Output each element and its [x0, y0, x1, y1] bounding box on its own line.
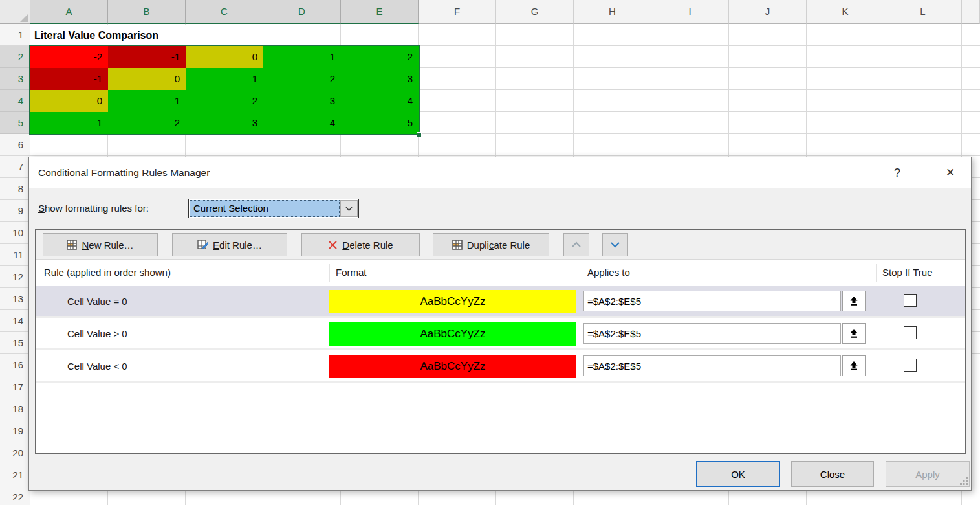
- cell-A1[interactable]: Literal Value Comparison: [31, 25, 261, 46]
- row-header-14[interactable]: 14: [0, 310, 30, 332]
- row-header-11[interactable]: 11: [0, 244, 30, 266]
- fill-handle[interactable]: [417, 132, 422, 137]
- show-formatting-rules-label: Show formatting rules for:: [38, 188, 149, 229]
- row-header-17[interactable]: 17: [0, 376, 30, 398]
- select-all-corner[interactable]: [0, 0, 30, 24]
- applies-to-column-header: Applies to: [587, 260, 630, 286]
- conditional-formatting-rules-manager-dialog: Conditional Formatting Rules Manager ? ✕…: [28, 157, 972, 491]
- column-header-K[interactable]: K: [807, 0, 884, 24]
- column-header-J[interactable]: J: [729, 0, 807, 24]
- column-header-filler: [962, 0, 980, 24]
- row-header-22[interactable]: 22: [0, 486, 30, 505]
- rule-row-cell-value-lt-0[interactable]: Cell Value < 0 AaBbCcYyZz: [36, 350, 965, 383]
- chevron-up-icon: [571, 241, 582, 248]
- rules-list-box: New Rule… Edit Rule… Delete Rule Duplica…: [35, 229, 966, 454]
- row-header-9[interactable]: 9: [0, 200, 30, 222]
- chevron-down-icon: [610, 241, 620, 248]
- row-header-13[interactable]: 13: [0, 288, 30, 310]
- dialog-title: Conditional Formatting Rules Manager: [38, 157, 210, 188]
- close-icon[interactable]: ✕: [937, 160, 963, 186]
- move-rule-up-button[interactable]: [563, 233, 589, 256]
- rule-row-cell-value-eq-0[interactable]: Cell Value = 0 AaBbCcYyZz: [36, 286, 965, 318]
- row-header-21[interactable]: 21: [0, 464, 30, 486]
- edit-pencil-icon: [197, 240, 208, 250]
- header-separator: [876, 264, 877, 282]
- range-selector-button[interactable]: [842, 291, 866, 311]
- rule-description: Cell Value < 0: [67, 350, 127, 383]
- stop-if-true-checkbox[interactable]: [904, 359, 917, 372]
- select-all-triangle-icon: [20, 14, 28, 22]
- resize-grip[interactable]: [960, 477, 968, 488]
- row-header-7[interactable]: 7: [0, 156, 30, 178]
- table-grid-icon: [67, 240, 77, 250]
- combobox-dropdown-button[interactable]: [340, 200, 358, 217]
- resize-grip-icon: [960, 477, 968, 486]
- applies-to-input[interactable]: [583, 291, 841, 311]
- row-header-4[interactable]: 4: [0, 90, 30, 112]
- stop-if-true-column-header: Stop If True: [882, 260, 933, 286]
- row-header-8[interactable]: 8: [0, 178, 30, 200]
- new-rule-label: New Rule…: [82, 240, 133, 251]
- row-headers: 12345678910111213141516171819202122: [0, 24, 30, 505]
- header-separator: [583, 264, 583, 282]
- range-selector-button[interactable]: [842, 323, 866, 344]
- format-preview-swatch: AaBbCcYyZz: [329, 355, 576, 378]
- chevron-down-icon: [345, 206, 353, 212]
- row-header-5[interactable]: 5: [0, 112, 30, 134]
- column-header-C[interactable]: C: [186, 0, 263, 24]
- row-header-16[interactable]: 16: [0, 354, 30, 376]
- format-column-header: Format: [336, 260, 367, 286]
- column-header-E[interactable]: E: [341, 0, 419, 24]
- table-grid-icon: [452, 240, 463, 250]
- applies-to-field-group: [583, 291, 866, 311]
- edit-rule-label: Edit Rule…: [213, 240, 262, 251]
- duplicate-rule-button[interactable]: Duplicate Rule: [433, 233, 549, 256]
- delete-rule-label: Delete Rule: [342, 240, 393, 251]
- row-header-20[interactable]: 20: [0, 442, 30, 464]
- applies-to-input[interactable]: [583, 355, 841, 376]
- edit-rule-button[interactable]: Edit Rule…: [172, 233, 287, 256]
- column-header-I[interactable]: I: [651, 0, 729, 24]
- row-header-12[interactable]: 12: [0, 266, 30, 288]
- new-rule-button[interactable]: New Rule…: [43, 233, 158, 256]
- column-header-D[interactable]: D: [263, 0, 341, 24]
- apply-button[interactable]: Apply: [886, 461, 970, 487]
- excel-window: ABCDEFGHIJKL 123456789101112131415161718…: [0, 0, 980, 505]
- row-header-1[interactable]: 1: [0, 24, 30, 46]
- show-rules-combobox[interactable]: Current Selection: [188, 199, 359, 218]
- column-header-G[interactable]: G: [496, 0, 574, 24]
- row-header-19[interactable]: 19: [0, 420, 30, 442]
- rule-row-cell-value-gt-0[interactable]: Cell Value > 0 AaBbCcYyZz: [36, 318, 965, 350]
- ok-button[interactable]: OK: [696, 461, 780, 487]
- close-button[interactable]: Close: [791, 461, 874, 487]
- row-header-2[interactable]: 2: [0, 46, 30, 68]
- red-x-icon: [328, 240, 338, 250]
- delete-rule-button[interactable]: Delete Rule: [301, 233, 420, 256]
- row-header-6[interactable]: 6: [0, 134, 30, 156]
- column-header-B[interactable]: B: [108, 0, 186, 24]
- column-header-A[interactable]: A: [30, 0, 108, 24]
- move-rule-down-button[interactable]: [602, 233, 628, 256]
- duplicate-rule-label: Duplicate Rule: [467, 240, 530, 251]
- row-header-15[interactable]: 15: [0, 332, 30, 354]
- column-header-H[interactable]: H: [574, 0, 651, 24]
- dialog-footer: OK Close Apply: [29, 454, 971, 490]
- stop-if-true-checkbox[interactable]: [904, 294, 917, 307]
- stop-if-true-checkbox[interactable]: [904, 326, 917, 339]
- row-header-18[interactable]: 18: [0, 398, 30, 420]
- row-header-3[interactable]: 3: [0, 68, 30, 90]
- column-header-L[interactable]: L: [884, 0, 962, 24]
- header-separator: [329, 264, 330, 282]
- rule-description: Cell Value = 0: [67, 286, 127, 318]
- help-button[interactable]: ?: [884, 160, 910, 186]
- collapse-dialog-icon: [849, 361, 859, 371]
- collapse-dialog-icon: [849, 328, 859, 339]
- column-headers: ABCDEFGHIJKL: [30, 0, 980, 24]
- applies-to-input[interactable]: [583, 323, 841, 344]
- row-header-10[interactable]: 10: [0, 222, 30, 244]
- format-preview-swatch: AaBbCcYyZz: [329, 322, 576, 346]
- applies-to-field-group: [583, 355, 866, 376]
- range-selector-button[interactable]: [842, 355, 866, 376]
- dialog-titlebar: Conditional Formatting Rules Manager ? ✕: [29, 157, 971, 188]
- column-header-F[interactable]: F: [419, 0, 496, 24]
